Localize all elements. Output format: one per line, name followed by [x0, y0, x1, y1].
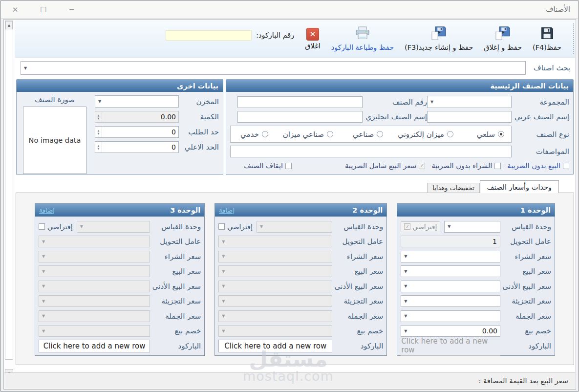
save-close-button[interactable]: حفظ و إغلاق: [484, 26, 522, 51]
unit1-discount-combobox[interactable]: 0.00 ▼: [401, 325, 500, 337]
barcode-number-label: رقم الباركود:: [256, 31, 294, 39]
unit3-barcode-add-row[interactable]: Click here to add a new row: [39, 340, 150, 352]
spinner-arrows-icon[interactable]: ▲▼: [95, 142, 102, 152]
radio-icon: [262, 131, 268, 137]
checkbox-icon: [404, 223, 410, 230]
unit1-default-checkbox[interactable]: إفتراضي: [401, 221, 440, 232]
unit3-measure-combobox: ▼: [77, 221, 150, 233]
spinner-arrows-icon[interactable]: ▲▼: [95, 127, 102, 137]
item-name-ar-input[interactable]: [427, 111, 512, 123]
chevron-down-icon[interactable]: ▼: [402, 296, 409, 306]
chevron-down-icon[interactable]: ▼: [96, 96, 103, 107]
unit1-conversion-input: 1: [401, 236, 500, 247]
chevron-down-icon[interactable]: ▼: [402, 311, 409, 322]
barcode-number-input[interactable]: [166, 30, 252, 41]
reorder-limit-stepper[interactable]: 0 ▲▼: [95, 126, 179, 138]
unit1-retail-price-combobox[interactable]: ▼: [401, 295, 500, 307]
minimize-window-icon[interactable]: ─: [58, 5, 86, 14]
unit3-min-sell-price-combobox: ▼: [39, 281, 150, 292]
main-item-data-group: بيانات الصنف الرئيسية المجموعة ▼ رقم الص…: [226, 79, 574, 175]
radio-type-industrial[interactable]: صناعي: [353, 130, 383, 139]
save-print-barcode-button[interactable]: حفظ وطباعة الباركود: [331, 26, 394, 51]
unit1-barcode-add-row[interactable]: Click here to add a new row: [401, 336, 500, 356]
close-form-button[interactable]: ✕ اغلاق: [305, 28, 321, 50]
checkbox-buy-no-tax[interactable]: الشراء بدون الضريبة: [431, 162, 501, 170]
chevron-down-icon[interactable]: ▼: [22, 62, 29, 74]
unit-2-header: الوحدة 2 إضافة: [215, 204, 386, 217]
toolbar: حفظ(F4) حفظ و إغلاق: [15, 20, 575, 58]
radio-type-service[interactable]: خدمي: [240, 130, 268, 139]
app-window: الأصناف ✕ ☐ ─ ▲ ▼: [0, 0, 579, 392]
unit2-default-checkbox[interactable]: إفتراضي: [218, 223, 253, 231]
save-button[interactable]: حفظ(F4): [533, 26, 561, 51]
form-area: حفظ(F4) حفظ و إغلاق: [15, 20, 575, 371]
item-name-en-input[interactable]: [237, 111, 363, 123]
quantity-stepper: 0.00 ▲▼: [95, 111, 179, 123]
chevron-down-icon[interactable]: ▼: [402, 281, 409, 292]
maximize-window-icon[interactable]: ☐: [29, 5, 58, 14]
item-type-radio-group: سلعي ميزان إلكتروني صناعي: [230, 126, 512, 143]
scroll-up-icon[interactable]: ▲: [5, 21, 13, 29]
tab-discounts-gifts[interactable]: تخفيضات وهدايا: [427, 183, 479, 193]
other-data-header: بيانات اخرى: [17, 80, 223, 92]
unit2-sell-price-combobox: ▼: [218, 265, 332, 277]
unit3-add-link[interactable]: إضافة: [39, 207, 55, 214]
unit-3-panel: الوحدة 3 إضافة وحدة القياس ▼ إفتراضي: [35, 203, 205, 356]
window-title: الأصناف: [546, 5, 570, 14]
price-after-vat-label: سعر البيع بعد القيمة المضافة :: [479, 377, 568, 385]
close-window-icon[interactable]: ✕: [1, 5, 29, 14]
client-area: ▲ ▼ حفظ(F4): [3, 19, 576, 390]
checkbox-icon: [218, 223, 225, 230]
chevron-down-icon[interactable]: ▼: [402, 266, 409, 277]
max-limit-label: الحد الاعلي: [179, 143, 219, 152]
tab-units-prices[interactable]: وحدات وأسعار الصنف: [480, 180, 559, 193]
unit2-barcode-add-row[interactable]: Click here to add a new row: [218, 340, 332, 352]
item-image-box[interactable]: No image data: [23, 107, 86, 174]
floppy-disk-new-icon: [494, 26, 511, 42]
unit2-add-link[interactable]: إضافة: [219, 207, 235, 214]
unit1-measure-combobox[interactable]: ▼: [444, 221, 500, 233]
units-tab-content: الوحدة 1 وحدة القياس ▼ إفتراضي: [16, 193, 574, 365]
chevron-down-icon[interactable]: ▼: [402, 326, 409, 336]
unit3-sell-price-combobox: ▼: [39, 265, 150, 277]
search-row: بحث اصناف ▼: [15, 58, 575, 77]
specs-input[interactable]: [230, 146, 512, 157]
chevron-down-icon[interactable]: ▼: [429, 96, 435, 108]
unit-1-panel: الوحدة 1 وحدة القياس ▼ إفتراضي: [397, 203, 555, 356]
group-combobox[interactable]: ▼: [427, 96, 512, 108]
checkbox-icon: [563, 163, 569, 169]
chevron-down-icon[interactable]: ▼: [446, 221, 452, 232]
unit-1-header: الوحدة 1: [397, 204, 555, 217]
max-limit-stepper[interactable]: 0 ▲▼: [95, 141, 179, 153]
warehouse-combobox[interactable]: ▼: [95, 95, 179, 108]
checkbox-price-includes-tax[interactable]: سعر البيع شامل الضريبة: [345, 162, 425, 170]
radio-icon: [498, 131, 504, 137]
unit3-default-checkbox[interactable]: إفتراضي: [39, 223, 73, 231]
save-new-button[interactable]: حفظ و إنشاء جديد(F3): [405, 26, 473, 51]
unit2-discount-combobox: ▼: [218, 325, 332, 337]
window-controls: ✕ ☐ ─: [1, 1, 86, 18]
tab-strip: وحدات وأسعار الصنف تخفيضات وهدايا: [15, 179, 559, 193]
floppy-disk-new-icon: [430, 26, 447, 42]
item-number-input[interactable]: [237, 96, 363, 108]
unit3-conversion-combobox: ▼: [39, 236, 150, 247]
unit3-buy-price-combobox: ▼: [39, 251, 150, 262]
checkbox-sell-no-tax[interactable]: البيع بدون الضريبة: [507, 162, 569, 170]
chevron-down-icon[interactable]: ▼: [402, 251, 409, 262]
unit1-sell-price-combobox[interactable]: ▼: [401, 265, 500, 277]
radio-type-electronic-scale[interactable]: ميزان إلكتروني: [398, 130, 453, 139]
radio-type-industrial-scale[interactable]: صناعي ميزان: [283, 130, 333, 139]
unit1-buy-price-combobox[interactable]: ▼: [401, 251, 500, 262]
toolbar-grip[interactable]: [573, 23, 574, 54]
checkbox-stop-item[interactable]: ايقاف الصنف: [244, 162, 292, 170]
other-data-group: بيانات اخرى المخزن ▼ الكمية: [16, 79, 223, 175]
vertical-scrollbar[interactable]: ▲: [5, 21, 13, 360]
search-items-combobox[interactable]: ▼: [21, 61, 526, 75]
radio-type-goods[interactable]: سلعي: [477, 130, 504, 139]
radio-icon: [327, 131, 333, 137]
group-label: المجموعة: [512, 98, 569, 107]
unit1-wholesale-price-combobox[interactable]: ▼: [401, 310, 500, 322]
unit1-min-sell-price-combobox[interactable]: ▼: [401, 281, 500, 292]
checkbox-icon: [419, 163, 425, 169]
chevron-down-icon: ▼: [258, 221, 265, 232]
